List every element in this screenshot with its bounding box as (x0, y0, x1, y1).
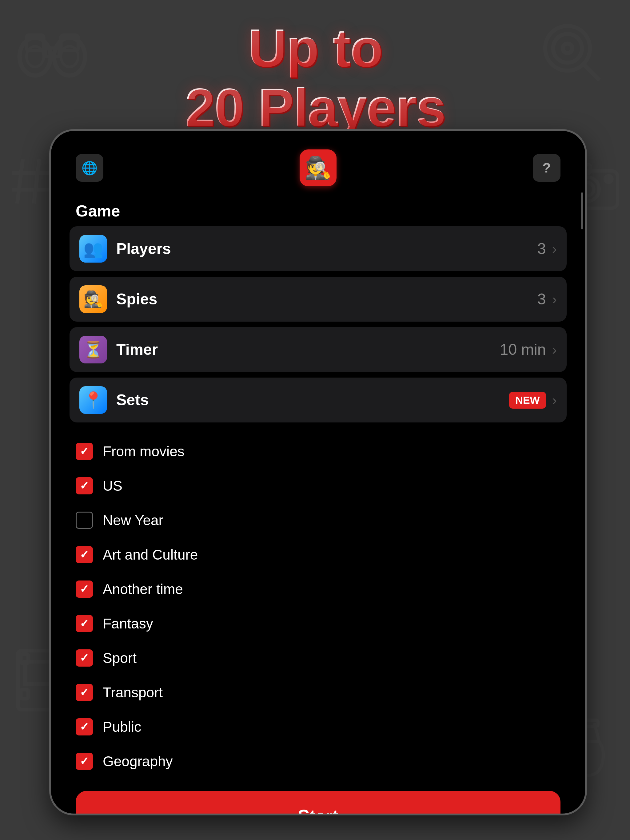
device-frame: 🌐 🕵️ ? Game 👥 Players 3 › 🕵️ Spies 3 › (49, 129, 587, 815)
globe-button[interactable]: 🌐 (76, 154, 103, 182)
svg-line-27 (594, 723, 599, 742)
checkbox-list: ✓ From movies ✓ US New Year ✓ (70, 428, 567, 778)
checkbox-transport-box: ✓ (76, 684, 93, 701)
svg-rect-24 (21, 690, 28, 699)
svg-point-19 (605, 175, 612, 182)
checkbox-from-movies[interactable]: ✓ From movies (76, 434, 560, 469)
label-sport: Sport (103, 650, 136, 666)
timer-row[interactable]: ⏳ Timer 10 min › (70, 327, 567, 372)
checkmark-another-time: ✓ (80, 583, 89, 595)
checkbox-us-box: ✓ (76, 477, 93, 494)
label-art-culture: Art and Culture (103, 546, 198, 563)
start-button[interactable]: Start (76, 791, 560, 813)
timer-value: 10 min (500, 341, 546, 358)
checkmark-transport: ✓ (80, 686, 89, 699)
new-badge: NEW (509, 392, 546, 409)
checkbox-geography-box: ✓ (76, 753, 93, 770)
checkbox-sport[interactable]: ✓ Sport (76, 641, 560, 675)
timer-icon: ⏳ (79, 336, 107, 363)
checkmark-us: ✓ (80, 479, 89, 492)
checkbox-public[interactable]: ✓ Public (76, 710, 560, 744)
players-value: 3 (537, 240, 546, 257)
checkbox-fantasy-box: ✓ (76, 615, 93, 632)
label-geography: Geography (103, 753, 173, 770)
timer-chevron: › (552, 341, 557, 358)
checkbox-sport-box: ✓ (76, 649, 93, 666)
label-public: Public (103, 718, 141, 735)
sets-chevron: › (552, 392, 557, 408)
header-title: Up to 20 Players (0, 19, 630, 137)
checkbox-new-year[interactable]: New Year (76, 503, 560, 537)
spies-value: 3 (537, 290, 546, 308)
sets-icon: 📍 (79, 386, 107, 414)
checkbox-transport[interactable]: ✓ Transport (76, 675, 560, 710)
sets-label: Sets (116, 391, 509, 409)
label-transport: Transport (103, 684, 163, 701)
app-content: 🌐 🕵️ ? Game 👥 Players 3 › 🕵️ Spies 3 › (51, 131, 585, 813)
start-button-container: Start (70, 778, 567, 813)
players-label: Players (116, 240, 537, 257)
players-row[interactable]: 👥 Players 3 › (70, 226, 567, 271)
header-line2: 20 Players (185, 77, 445, 137)
checkbox-another-time-box: ✓ (76, 581, 93, 598)
checkmark-from-movies: ✓ (80, 445, 89, 458)
checkbox-art-culture-box: ✓ (76, 546, 93, 563)
checkbox-another-time[interactable]: ✓ Another time (76, 572, 560, 606)
checkmark-sport: ✓ (80, 652, 89, 665)
spies-label: Spies (116, 290, 537, 308)
spies-chevron: › (552, 291, 557, 308)
checkbox-us[interactable]: ✓ US (76, 469, 560, 503)
checkmark-geography: ✓ (80, 755, 89, 768)
checkmark-art-culture: ✓ (80, 548, 89, 561)
checkbox-from-movies-box: ✓ (76, 443, 93, 460)
checkbox-public-box: ✓ (76, 718, 93, 736)
checkmark-fantasy: ✓ (80, 617, 89, 630)
checkbox-geography[interactable]: ✓ Geography (76, 744, 560, 778)
checkmark-public: ✓ (80, 720, 89, 733)
label-new-year: New Year (103, 512, 163, 529)
spy-icon: 🕵️ (305, 155, 332, 180)
timer-label: Timer (116, 341, 500, 358)
label-us: US (103, 477, 122, 494)
top-bar: 🌐 🕵️ ? (70, 131, 567, 196)
label-from-movies: From movies (103, 443, 185, 459)
scroll-indicator (581, 193, 583, 229)
checkbox-art-culture[interactable]: ✓ Art and Culture (76, 537, 560, 572)
app-logo: 🕵️ (300, 149, 337, 186)
checkbox-new-year-box (76, 512, 93, 529)
help-icon: ? (543, 160, 551, 175)
header-line1: Up to (248, 18, 382, 78)
svg-line-11 (17, 159, 23, 204)
svg-line-12 (34, 159, 40, 204)
label-another-time: Another time (103, 581, 183, 597)
svg-rect-22 (21, 654, 28, 663)
globe-icon: 🌐 (82, 161, 98, 175)
sets-row[interactable]: 📍 Sets NEW › (70, 377, 567, 422)
spies-icon: 🕵️ (79, 285, 107, 313)
help-button[interactable]: ? (533, 154, 560, 182)
players-chevron: › (552, 240, 557, 257)
players-icon: 👥 (79, 235, 107, 262)
game-section-label: Game (70, 196, 567, 226)
label-fantasy: Fantasy (103, 615, 153, 632)
checkbox-fantasy[interactable]: ✓ Fantasy (76, 606, 560, 641)
spies-row[interactable]: 🕵️ Spies 3 › (70, 277, 567, 322)
